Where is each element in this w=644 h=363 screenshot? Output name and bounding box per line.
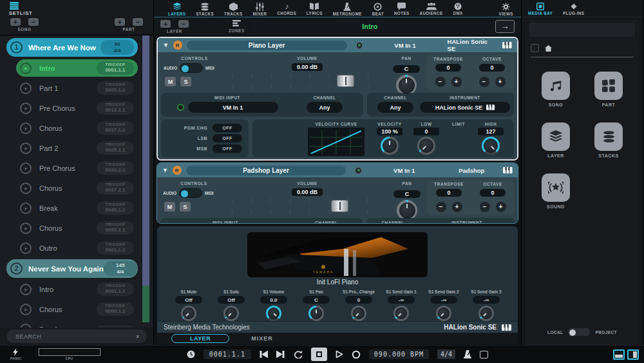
transpose-minus-button[interactable]: − bbox=[435, 77, 446, 87]
setlist-part-row[interactable]: ▶ Pre Chorus TRIGGER0013.1.1 bbox=[16, 99, 138, 117]
add-song-button[interactable]: + bbox=[10, 18, 21, 26]
param-value[interactable]: C bbox=[303, 296, 330, 304]
transpose-value[interactable]: 0 bbox=[435, 64, 461, 72]
instrument-select[interactable]: HALion Sonic SE bbox=[420, 102, 510, 113]
search-input[interactable] bbox=[14, 333, 137, 340]
toggle-lower-zone-button[interactable] bbox=[613, 349, 625, 360]
param-knob[interactable] bbox=[266, 306, 281, 321]
piano-keys-icon[interactable] bbox=[502, 42, 512, 48]
stop-button[interactable] bbox=[311, 348, 327, 361]
octave-minus-button[interactable]: − bbox=[480, 202, 490, 212]
add-part-button[interactable]: + bbox=[115, 18, 125, 26]
header-midi-input[interactable]: VM In 1 bbox=[367, 42, 442, 49]
play-icon[interactable]: ▶ bbox=[20, 123, 32, 134]
high-knob[interactable] bbox=[482, 137, 500, 155]
play-icon[interactable]: ▶ bbox=[20, 242, 32, 254]
volume-slider-handle[interactable] bbox=[331, 200, 348, 212]
layer-name-field[interactable]: Piano Layer bbox=[187, 41, 347, 50]
param-knob[interactable] bbox=[478, 306, 494, 321]
velocity-knob[interactable] bbox=[381, 137, 399, 155]
play-icon[interactable]: ▶ bbox=[20, 103, 32, 114]
cycle-loop-button[interactable] bbox=[293, 351, 303, 358]
audio-midi-toggle[interactable] bbox=[180, 63, 203, 73]
mute-button[interactable]: M bbox=[165, 77, 176, 86]
octave-plus-button[interactable]: + bbox=[496, 202, 506, 212]
setlist-part-row[interactable]: ▶ Pre Chorus TRIGGER0033.2.1 bbox=[16, 159, 138, 177]
header-instrument[interactable]: Padshop bbox=[446, 167, 497, 174]
param-value[interactable]: Off bbox=[175, 296, 202, 304]
play-button[interactable] bbox=[336, 350, 343, 358]
setlist-part-row[interactable]: ▶ Part 2 TRIGGER0025.1.1 bbox=[16, 139, 138, 157]
record-arm-button[interactable]: R bbox=[173, 166, 182, 175]
param-value[interactable]: 0 bbox=[345, 296, 372, 304]
pgm-chg-value[interactable]: OFF bbox=[213, 124, 242, 132]
play-icon[interactable]: ▶ bbox=[20, 324, 32, 328]
tab-chords[interactable]: ♪ CHORDS bbox=[277, 3, 296, 15]
pan-value[interactable]: C bbox=[393, 190, 421, 198]
tile-song[interactable]: SONG bbox=[542, 72, 570, 107]
metronome-toggle[interactable] bbox=[464, 350, 471, 358]
solo-button[interactable]: S bbox=[180, 77, 191, 86]
tempo-display[interactable]: 090.000 BPM bbox=[369, 349, 429, 359]
octave-value[interactable]: 0 bbox=[479, 64, 505, 72]
record-arm-button[interactable]: R bbox=[173, 41, 182, 50]
add-layer-button[interactable]: + bbox=[160, 20, 171, 28]
play-icon[interactable]: ▶ bbox=[20, 202, 32, 214]
play-icon[interactable]: ▶ bbox=[20, 222, 32, 234]
lsb-value[interactable]: OFF bbox=[213, 134, 242, 142]
tab-mixer[interactable]: MIXER bbox=[252, 3, 267, 16]
stacks-tile-button[interactable] bbox=[594, 123, 623, 151]
param-value[interactable]: Off bbox=[218, 296, 245, 304]
param-knob[interactable] bbox=[393, 306, 409, 321]
local-project-toggle[interactable] bbox=[567, 328, 591, 337]
remove-part-button[interactable]: − bbox=[133, 18, 143, 26]
next-part-button[interactable] bbox=[276, 351, 285, 358]
play-icon[interactable]: ▶ bbox=[20, 83, 32, 94]
padshop-layer-panel[interactable]: ▼ R Padshop Layer VM In 1 Padshop CONTRO… bbox=[156, 162, 518, 224]
tab-layers[interactable]: LAYERS bbox=[168, 3, 185, 16]
tab-layer-editor[interactable]: LAYER bbox=[171, 334, 229, 343]
octave-value[interactable]: 0 bbox=[480, 189, 506, 197]
home-icon[interactable] bbox=[545, 45, 552, 52]
transpose-plus-button[interactable]: + bbox=[452, 202, 462, 212]
tab-views[interactable]: VIEWS bbox=[499, 3, 513, 16]
piano-keys-icon[interactable] bbox=[503, 167, 513, 173]
low-knob[interactable] bbox=[417, 137, 435, 155]
setlist-part-row[interactable]: ▶ Part 1 TRIGGER bbox=[16, 320, 138, 328]
param-value[interactable]: 0.0 bbox=[260, 296, 287, 304]
panic-button[interactable]: PANIC bbox=[10, 348, 22, 360]
solo-button[interactable]: S bbox=[180, 202, 191, 211]
tab-audience[interactable]: AUDIENCE bbox=[420, 3, 443, 15]
sound-tile-button[interactable] bbox=[542, 173, 570, 202]
pan-value[interactable]: C bbox=[393, 65, 420, 73]
tab-dmx[interactable]: DMX bbox=[453, 3, 462, 15]
tab-notes[interactable]: NOTES bbox=[394, 3, 410, 15]
search-bar[interactable]: x bbox=[6, 329, 147, 343]
current-part-display[interactable]: Intro bbox=[251, 21, 489, 33]
tab-metronome[interactable]: METRONOME bbox=[333, 3, 362, 16]
transpose-plus-button[interactable]: + bbox=[451, 77, 462, 87]
tile-part[interactable]: PART bbox=[594, 72, 623, 107]
setlist-part-row[interactable]: ▶ Part 1 TRIGGER0005.1.1 bbox=[16, 79, 138, 97]
filter-checkbox[interactable] bbox=[531, 44, 539, 52]
tab-tracks[interactable]: TRACKS bbox=[224, 3, 243, 16]
velocity-value[interactable]: 100 % bbox=[377, 128, 402, 135]
setlist-song-row[interactable]: 2 Never Saw You Again 1454/4 bbox=[6, 259, 138, 278]
search-clear-icon[interactable]: x bbox=[137, 333, 139, 339]
tab-media-bay[interactable]: MEDIA BAY bbox=[528, 3, 553, 15]
tile-stacks[interactable]: STACKS bbox=[594, 123, 623, 158]
transport-position-display[interactable]: 0001.1.1 bbox=[204, 349, 251, 359]
tab-mixer-editor[interactable]: MIXER bbox=[251, 335, 273, 342]
toggle-right-zone-button[interactable] bbox=[627, 349, 639, 360]
zones-button[interactable]: ZONES bbox=[229, 20, 245, 33]
media-bay-toolbar[interactable] bbox=[529, 23, 635, 37]
param-value[interactable]: -∞ bbox=[430, 296, 457, 304]
play-icon[interactable]: ▶ bbox=[20, 162, 32, 174]
audio-midi-toggle[interactable] bbox=[179, 188, 202, 198]
volume-slider-handle[interactable] bbox=[337, 75, 354, 87]
setlist-song-row[interactable]: 1 Where Are We Now 904/4 bbox=[6, 38, 138, 57]
record-button[interactable] bbox=[352, 350, 361, 359]
velocity-curve-graph[interactable] bbox=[308, 128, 365, 156]
header-instrument[interactable]: HALion Sonic SE bbox=[448, 38, 497, 52]
setlist-part-row[interactable]: ▶ Chorus TRIGGER0005.1.1 bbox=[16, 300, 138, 318]
